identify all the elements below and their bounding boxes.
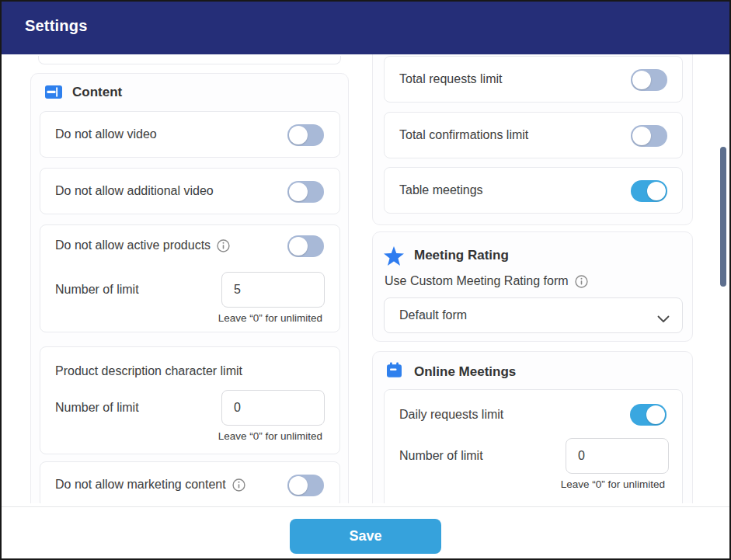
meeting-rating-form-select[interactable]: Default form xyxy=(384,297,683,333)
online-meetings-card: Online Meetings Daily requests limit Num… xyxy=(372,351,693,503)
daily-requests-label: Daily requests limit xyxy=(399,408,503,422)
page-title: Settings xyxy=(25,17,88,35)
no-additional-video-toggle[interactable] xyxy=(287,181,324,203)
content-section-title: Content xyxy=(72,85,122,100)
limits-card: Total requests limit Total confirmations… xyxy=(372,54,693,225)
daily-requests-toggle[interactable] xyxy=(630,404,667,426)
custom-rating-form-text: Use Custom Meeting Rating form xyxy=(385,274,569,288)
total-requests-toggle[interactable] xyxy=(631,69,667,91)
setting-row-total-confirmations: Total confirmations limit xyxy=(384,112,683,158)
unlimited-hint: Leave “0” for unlimited xyxy=(218,312,322,324)
meeting-rating-title: Meeting Rating xyxy=(414,248,509,263)
content-card: Content Do not allow video Do not allow … xyxy=(30,73,349,503)
active-products-limit-input[interactable] xyxy=(221,272,325,308)
settings-window: Settings Content Do not allow video Do n… xyxy=(0,0,731,560)
info-icon[interactable] xyxy=(575,275,588,288)
save-button[interactable]: Save xyxy=(290,519,441,554)
app-header: Settings xyxy=(2,2,729,54)
setting-row-product-description-limit: Product description character limit Numb… xyxy=(40,346,340,454)
daily-requests-limit-input[interactable] xyxy=(566,438,669,474)
total-confirmations-toggle[interactable] xyxy=(631,125,667,147)
number-of-limit-label: Number of limit xyxy=(55,272,139,308)
custom-rating-form-label: Use Custom Meeting Rating form xyxy=(385,274,588,288)
toggle-knob xyxy=(646,405,665,424)
product-description-label: Product description character limit xyxy=(55,364,242,378)
setting-row-no-video: Do not allow video xyxy=(40,111,340,158)
calendar-icon xyxy=(386,362,402,381)
unlimited-hint: Leave “0” for unlimited xyxy=(218,430,322,442)
product-description-limit-input[interactable] xyxy=(221,390,325,426)
setting-row-no-marketing-content: Do not allow marketing content xyxy=(40,461,340,503)
toggle-knob xyxy=(289,183,308,201)
no-marketing-content-label: Do not allow marketing content xyxy=(55,462,245,503)
toggle-knob xyxy=(632,127,651,145)
setting-row-total-requests: Total requests limit xyxy=(384,56,683,103)
number-of-limit-label: Number of limit xyxy=(55,390,139,426)
info-icon[interactable] xyxy=(232,478,245,492)
online-meetings-title: Online Meetings xyxy=(414,364,516,380)
total-requests-label: Total requests limit xyxy=(399,57,503,102)
footer-bar: Save xyxy=(2,506,729,558)
scrollbar-thumb[interactable] xyxy=(720,147,726,287)
setting-row-no-active-products: Do not allow active products Number of l… xyxy=(40,224,340,332)
toggle-knob xyxy=(647,182,666,200)
setting-row-no-additional-video: Do not allow additional video xyxy=(40,168,340,214)
toggle-knob xyxy=(632,71,651,89)
no-additional-video-label: Do not allow additional video xyxy=(55,169,214,214)
meeting-rating-card: Meeting Rating Use Custom Meeting Rating… xyxy=(372,231,693,342)
selected-form: Default form xyxy=(399,308,467,322)
no-marketing-content-toggle[interactable] xyxy=(287,475,324,496)
no-video-toggle[interactable] xyxy=(287,124,324,146)
no-active-products-toggle[interactable] xyxy=(287,235,324,257)
total-confirmations-label: Total confirmations limit xyxy=(399,113,528,158)
setting-row-table-meetings: Table meetings xyxy=(384,167,683,214)
no-marketing-content-text: Do not allow marketing content xyxy=(55,478,226,492)
info-icon[interactable] xyxy=(217,239,230,252)
settings-scroll-area: Content Do not allow video Do not allow … xyxy=(2,54,729,503)
content-card-icon xyxy=(45,85,62,102)
star-icon xyxy=(384,246,404,269)
toggle-knob xyxy=(289,237,308,256)
table-meetings-label: Table meetings xyxy=(399,168,483,213)
toggle-knob xyxy=(289,126,308,144)
chevron-down-icon xyxy=(657,312,670,326)
no-active-products-label: Do not allow active products xyxy=(55,238,230,252)
unlimited-hint: Leave “0” for unlimited xyxy=(561,478,665,490)
no-video-label: Do not allow video xyxy=(55,112,157,157)
setting-row-daily-requests: Daily requests limit Number of limit Lea… xyxy=(384,389,683,503)
toggle-knob xyxy=(289,476,308,495)
no-active-products-text: Do not allow active products xyxy=(55,238,211,252)
number-of-limit-label: Number of limit xyxy=(399,438,483,474)
table-meetings-toggle[interactable] xyxy=(631,180,667,202)
cutoff-row-fragment xyxy=(38,56,341,64)
